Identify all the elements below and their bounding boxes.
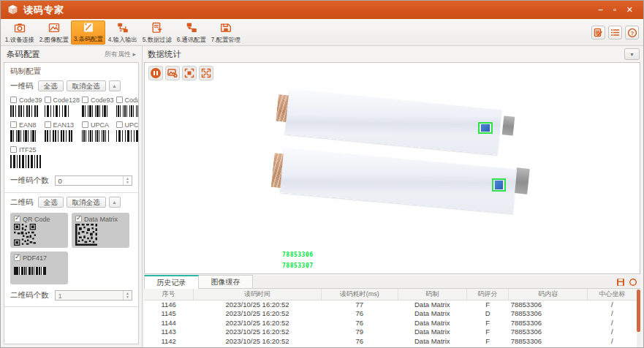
nav-data-filter[interactable]: 5.数据过滤: [140, 20, 174, 45]
table-row[interactable]: 1141 2023/10/25 16:20:52 76 Data Matrix …: [144, 346, 637, 348]
barcode-type-codabar[interactable]: CodaBar: [116, 96, 139, 121]
package1: [285, 89, 502, 155]
nav-image-config[interactable]: 2.图像配置: [37, 20, 71, 45]
col-seq[interactable]: 序号: [144, 289, 193, 300]
twod-count-spin-arrows[interactable]: ▲▼: [123, 291, 132, 300]
nav-input-output[interactable]: 4.输入输出: [105, 20, 140, 45]
cell-seq: 1141: [144, 346, 193, 348]
barcode-type-pdf417[interactable]: PDF417: [10, 251, 68, 284]
nav-device-connect[interactable]: 1.设备连接: [2, 20, 37, 45]
decoded-value-2: 78853307: [282, 262, 314, 269]
itf25-checkbox[interactable]: [10, 146, 17, 153]
ean13-checkbox[interactable]: [45, 121, 51, 128]
upce-checkbox[interactable]: [116, 121, 123, 128]
table-row[interactable]: 1145 2023/10/25 16:20:52 76 Data Matrix …: [144, 309, 637, 319]
col-content[interactable]: 码内容: [509, 289, 588, 300]
datamatrix-checkbox[interactable]: [75, 216, 82, 222]
twod-count-spinner[interactable]: 1 ▲▼: [55, 290, 133, 300]
oned-count-spinner[interactable]: 0 ▲▼: [55, 175, 133, 186]
minimize-button[interactable]: –: [599, 6, 603, 14]
table-row[interactable]: 1144 2023/10/25 16:20:52 76 Data Matrix …: [144, 318, 637, 328]
twod-collapse-button[interactable]: ▲: [109, 197, 121, 208]
table-scrollbar-thumb[interactable]: [637, 290, 640, 332]
filter-icon: [151, 21, 164, 34]
table-scrollbar[interactable]: [637, 289, 640, 347]
pdf417-checkbox[interactable]: [14, 254, 20, 261]
barcode-type-upce[interactable]: UPCE: [116, 121, 139, 145]
nav-comm-config[interactable]: 6.通讯配置: [174, 20, 208, 45]
codabar-barcode-image: [116, 105, 139, 117]
upce-barcode-image: [116, 130, 139, 142]
code39-checkbox[interactable]: [10, 97, 17, 103]
cell-center: /: [588, 328, 637, 337]
nav-config-manage[interactable]: 7.配置管理: [208, 20, 243, 45]
image-save-button[interactable]: [165, 66, 180, 80]
list-button[interactable]: [608, 26, 622, 39]
col-grade[interactable]: 码评分: [466, 289, 508, 300]
table-row[interactable]: 1146 2023/10/25 16:20:52 77 Data Matrix …: [144, 300, 637, 309]
save-records-button[interactable]: [615, 277, 626, 287]
maximize-button[interactable]: ▫: [613, 6, 616, 14]
code128-checkbox[interactable]: [45, 97, 51, 103]
oned-collapse-button[interactable]: ▲: [109, 80, 121, 91]
cell-type: Data Matrix: [398, 336, 466, 346]
code128-barcode-image: [45, 105, 71, 117]
tab-image-cache[interactable]: 图像缓存: [198, 275, 253, 288]
panel-dropdown-button[interactable]: ▼: [624, 48, 640, 60]
cell-center: /: [588, 300, 637, 309]
fit-view-icon: [184, 68, 194, 78]
table-row[interactable]: 1143 2023/10/25 16:20:52 79 Data Matrix …: [144, 328, 637, 337]
oned-select-all-button[interactable]: 全选: [38, 80, 64, 91]
barcode-type-qrcode[interactable]: QR Code: [10, 213, 68, 248]
cell-content: 78853306: [509, 300, 588, 309]
cell-type: Data Matrix: [398, 346, 466, 348]
cell-center: /: [588, 336, 637, 346]
list-icon: [610, 28, 620, 37]
fullscreen-button[interactable]: [199, 66, 213, 80]
fit-view-button[interactable]: [182, 66, 197, 80]
twod-select-all-button[interactable]: 全选: [38, 197, 64, 208]
twod-count-label: 二维码个数: [10, 290, 49, 300]
col-read-time[interactable]: 读码时间: [193, 289, 321, 300]
pause-button[interactable]: [148, 66, 163, 80]
code93-checkbox[interactable]: [82, 97, 88, 103]
cell-elapsed: 76: [322, 336, 398, 346]
table-row[interactable]: 1142 2023/10/25 16:20:52 76 Data Matrix …: [144, 336, 637, 346]
barcode-config-panel: 条码配置 所有属性 ▸ 码制配置 一维码 全选 取消全选 ▲ Code39: [1, 46, 143, 347]
cell-center: /: [588, 309, 637, 319]
cell-type: Data Matrix: [398, 328, 466, 337]
col-code-type[interactable]: 码制: [398, 289, 466, 300]
twod-group-label: 二维码: [10, 197, 34, 208]
cell-content: 78853306: [509, 328, 588, 337]
tab-history[interactable]: 历史记录: [144, 275, 199, 289]
twod-deselect-all-button[interactable]: 取消全选: [67, 197, 106, 208]
help-button[interactable]: ?: [625, 26, 639, 39]
barcode-type-itf25[interactable]: ITF25: [10, 145, 139, 172]
barcode-type-ean8[interactable]: EAN8: [10, 121, 42, 145]
package1-silver-tab: [502, 116, 515, 135]
oned-count-spin-arrows[interactable]: ▲▼: [123, 176, 132, 185]
report-button[interactable]: [591, 26, 605, 39]
code39-barcode-image: [10, 105, 38, 117]
barcode-type-code39[interactable]: Code39: [10, 96, 42, 121]
close-button[interactable]: ✕: [626, 6, 633, 14]
barcode-type-upca[interactable]: UPCA: [82, 121, 114, 145]
help-icon: ?: [627, 28, 637, 38]
codabar-checkbox[interactable]: [116, 97, 123, 103]
barcode-type-ean13[interactable]: EAN13: [45, 121, 80, 145]
barcode-type-datamatrix[interactable]: Data Matrix: [72, 213, 129, 248]
barcode-type-code93[interactable]: Code93: [82, 96, 114, 121]
clear-records-button[interactable]: [628, 277, 638, 287]
barcode-type-code128[interactable]: Code128: [45, 96, 80, 121]
nav-barcode-config[interactable]: 3.条码配置: [71, 20, 105, 45]
col-elapsed[interactable]: 读码耗时(ms): [322, 289, 398, 300]
col-center[interactable]: 中心坐标: [588, 289, 637, 300]
upca-checkbox[interactable]: [82, 121, 88, 128]
all-properties-link[interactable]: 所有属性 ▸: [105, 50, 136, 59]
image-viewer[interactable]: 78853306 78853307: [144, 62, 640, 274]
ean8-checkbox[interactable]: [10, 121, 17, 128]
oned-deselect-all-button[interactable]: 取消全选: [67, 80, 106, 91]
code93-barcode-image: [82, 105, 110, 117]
main-toolbar: 1.设备连接 2.图像配置 3.条码配置: [1, 19, 643, 46]
qrcode-checkbox[interactable]: [14, 216, 20, 222]
